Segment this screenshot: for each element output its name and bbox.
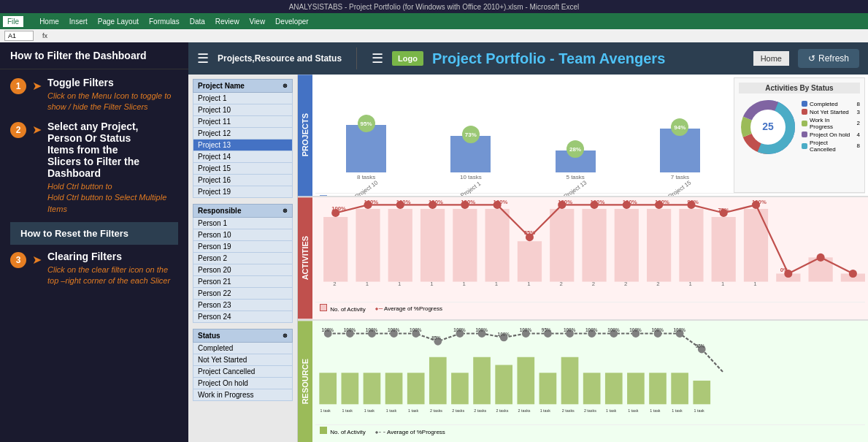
svg-rect-15	[615, 209, 639, 282]
slicer-person-1[interactable]: Person 1	[193, 218, 293, 229]
home-button[interactable]: Home	[753, 51, 789, 66]
slicer-person-21[interactable]: Person 21	[193, 276, 293, 288]
svg-text:1 task: 1 task	[650, 408, 661, 413]
step-2-desc: Hold Ctrl button toHold Ctrl button to S…	[47, 181, 178, 215]
ribbon-review[interactable]: Review	[211, 16, 244, 27]
legend-label-cancelled: Project Cancelled	[810, 140, 852, 153]
project-slicer-title: Project Name	[198, 82, 245, 90]
percent-1: 73%	[462, 126, 480, 143]
status-clear-icon[interactable]: ⊗	[283, 332, 288, 339]
slicer-not-yet-started[interactable]: Not Yet Started	[193, 354, 293, 366]
slicer-project-15[interactable]: Project 15	[193, 163, 293, 175]
slicer-project-16[interactable]: Project 16	[193, 175, 293, 186]
act-line-label: Average of %Progress	[384, 305, 442, 312]
slicer-person-20[interactable]: Person 20	[193, 264, 293, 276]
legend-val-cancelled: 8	[854, 142, 860, 149]
step-3-desc: Click on the clear filter icon on the to…	[47, 264, 178, 287]
slicer-project-12[interactable]: Project 12	[193, 128, 293, 140]
slicer-project-14[interactable]: Project 14	[193, 151, 293, 163]
svg-rect-74	[429, 357, 447, 404]
ribbon-data[interactable]: Data	[185, 16, 210, 27]
hamburger-icon[interactable]: ☰	[197, 50, 209, 66]
legend-dot-cancelled	[802, 143, 807, 149]
title-bar: ANALYSISTABS - Project Portfolio (for Wi…	[0, 0, 868, 13]
slicer-project-on-hold[interactable]: Project On hold	[193, 378, 293, 389]
donut-wrapper: 25	[739, 98, 797, 156]
svg-text:75%: 75%	[718, 207, 729, 214]
legend-val-wip: 2	[854, 120, 860, 126]
left-content: 1 ➤ Toggle Filters Click on the Menu Ico…	[0, 69, 188, 302]
slicer-project-19[interactable]: Project 19	[193, 186, 293, 198]
res-line-label: Average of %Progress	[387, 429, 445, 435]
slicer-person-19[interactable]: Person 19	[193, 241, 293, 253]
bar-project-15: 94%	[660, 129, 700, 172]
ribbon-developer[interactable]: Developer	[271, 16, 313, 27]
ribbon-view[interactable]: View	[245, 16, 270, 27]
slicer-project-10[interactable]: Project 10	[193, 104, 293, 116]
slicer-person-2[interactable]: Person 2	[193, 253, 293, 264]
activities-row: ACTIVITIES	[298, 197, 868, 320]
res-bar-label: No. of Activity	[330, 429, 365, 435]
project-clear-icon[interactable]: ⊗	[283, 83, 288, 89]
slicer-person-10[interactable]: Person 10	[193, 229, 293, 241]
svg-text:1: 1	[527, 281, 530, 287]
svg-text:1 task: 1 task	[364, 408, 375, 413]
svg-rect-76	[473, 357, 491, 404]
legend-wip: Work In Progress 2	[802, 117, 860, 130]
svg-text:2: 2	[559, 281, 562, 287]
resource-label: RESOURCE	[298, 321, 312, 442]
step-1-item: 1 ➤ Toggle Filters Click on the Menu Ico…	[10, 77, 178, 113]
projects-row: PROJECTS 95% 8 tasks Project 10	[298, 75, 868, 197]
svg-rect-81	[583, 373, 601, 404]
resource-svg: 100% 100% 100% 100% 100% 85% 100% 100% 1…	[315, 324, 865, 422]
ribbon: File Home Insert Page Layout Formulas Da…	[0, 13, 868, 29]
arrow-icon-1: ➤	[32, 79, 42, 93]
ribbon-tabs: Home Insert Page Layout Formulas Data Re…	[35, 16, 313, 27]
svg-text:100%: 100%	[429, 200, 443, 205]
svg-rect-71	[364, 373, 381, 404]
slicer-project-13[interactable]: Project 13	[193, 140, 293, 151]
slicer-person-22[interactable]: Person 22	[193, 288, 293, 300]
ribbon-formula-bar: fx	[0, 29, 868, 42]
ribbon-home[interactable]: Home	[35, 16, 64, 27]
slicer-project-11[interactable]: Project 11	[193, 116, 293, 128]
slicer-person-24[interactable]: Person 24	[193, 311, 293, 323]
tasks-label-13: 5 tasks	[566, 174, 584, 180]
svg-rect-70	[341, 373, 358, 404]
responsible-slicer: Responsible ⊗ Person 1 Person 10 Person …	[193, 204, 293, 323]
svg-text:100%: 100%	[366, 327, 378, 332]
legend-completed: Completed 8	[802, 101, 860, 107]
activities-chart-legend: No. of Activity ⬥– Average of %Progress	[315, 302, 865, 314]
name-box[interactable]	[4, 31, 34, 41]
legend-val-nys: 3	[854, 109, 860, 115]
hamburger-icon-2[interactable]: ☰	[372, 50, 383, 66]
legend-label-nys: Not Yet Started	[810, 109, 849, 115]
formula-icon: fx	[42, 32, 47, 39]
svg-rect-86	[693, 381, 710, 404]
legend-on-hold: Project On hold 4	[802, 132, 860, 138]
status-slicer-title: Status	[198, 332, 220, 340]
svg-rect-84	[649, 373, 667, 404]
slicer-person-23[interactable]: Person 23	[193, 300, 293, 311]
slicer-work-in-progress[interactable]: Work in Progress	[193, 389, 293, 401]
svg-rect-13	[550, 209, 574, 282]
slicer-completed[interactable]: Completed	[193, 343, 293, 354]
svg-text:2: 2	[656, 281, 659, 287]
logo-box: Logo	[392, 51, 423, 66]
project-slicer: Project Name ⊗ Project 1 Project 10 Proj…	[193, 79, 293, 198]
svg-rect-85	[671, 373, 688, 404]
projects-label: PROJECTS	[298, 75, 312, 196]
ribbon-formulas[interactable]: Formulas	[145, 16, 184, 27]
slicer-project-1[interactable]: Project 1	[193, 93, 293, 104]
svg-text:100%: 100%	[674, 327, 686, 332]
ribbon-insert[interactable]: Insert	[65, 16, 92, 27]
responsible-clear-icon[interactable]: ⊗	[283, 207, 288, 214]
refresh-button[interactable]: ↺ Refresh	[798, 49, 859, 68]
svg-text:100%: 100%	[344, 327, 356, 332]
svg-rect-9	[420, 209, 445, 282]
ribbon-file[interactable]: File	[3, 16, 23, 27]
projects-chart: 95% 8 tasks Project 10 73% 10 tasks P	[312, 75, 868, 196]
ribbon-pagelayout[interactable]: Page Layout	[93, 16, 143, 27]
slicer-project-cancelled[interactable]: Project Cancelled	[193, 366, 293, 378]
act-legend-line: ⬥– Average of %Progress	[375, 304, 442, 312]
